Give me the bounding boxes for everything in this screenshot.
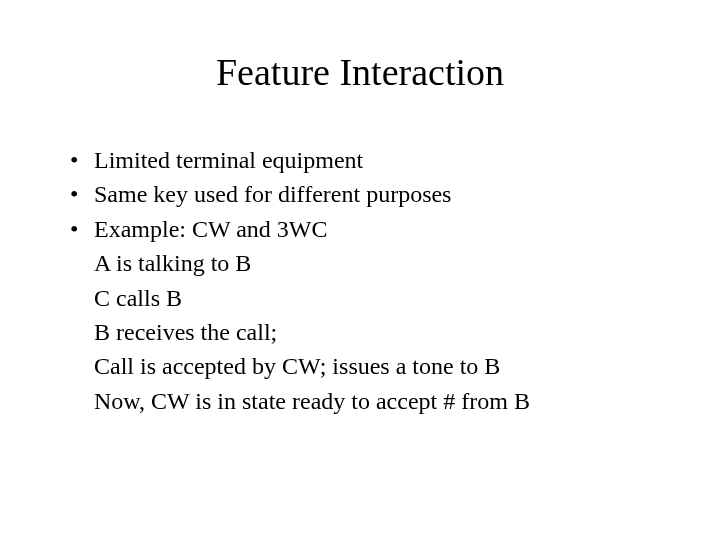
sub-line: B receives the call; bbox=[94, 316, 670, 348]
bullet-item: Limited terminal equipment bbox=[70, 144, 670, 176]
sub-line: C calls B bbox=[94, 282, 670, 314]
sub-line: Now, CW is in state ready to accept # fr… bbox=[94, 385, 670, 417]
bullet-list: Limited terminal equipment Same key used… bbox=[50, 144, 670, 245]
slide-title: Feature Interaction bbox=[50, 50, 670, 94]
slide: Feature Interaction Limited terminal equ… bbox=[0, 0, 720, 459]
bullet-item: Example: CW and 3WC bbox=[70, 213, 670, 245]
bullet-item: Same key used for different purposes bbox=[70, 178, 670, 210]
sub-line: A is talking to B bbox=[94, 247, 670, 279]
sub-lines: A is talking to B C calls B B receives t… bbox=[50, 247, 670, 417]
sub-line: Call is accepted by CW; issues a tone to… bbox=[94, 350, 670, 382]
